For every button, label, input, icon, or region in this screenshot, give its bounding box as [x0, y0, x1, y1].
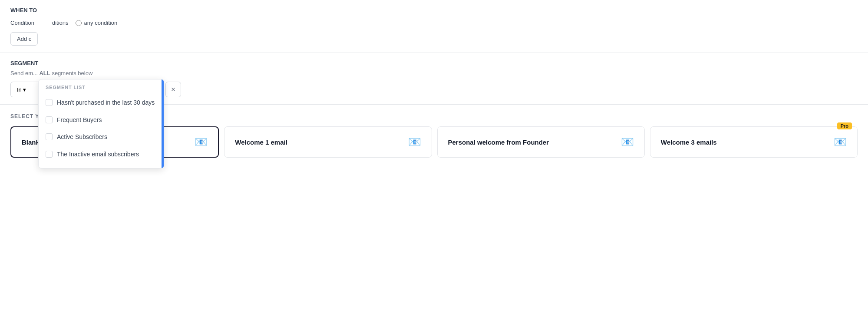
dropdown-checkbox-2[interactable]	[46, 116, 53, 123]
dropdown-checkbox-4[interactable]	[46, 151, 53, 158]
cancel-icon: ×	[171, 85, 176, 94]
when-to-row: WHEN TO	[10, 7, 858, 13]
dropdown-blue-bar	[162, 79, 164, 168]
dropdown-item-label-3: Active Subscribers	[57, 133, 107, 142]
dropdown-item-2[interactable]: Frequent Buyers	[39, 112, 164, 129]
dropdown-item-label-4: The Inactive email subscribers	[57, 150, 139, 159]
dropdown-header: SEGMENT LIST	[39, 85, 164, 94]
condition-label: Condition	[10, 20, 45, 26]
dropdown-item-label-1: Hasn't purchased in the last 30 days	[57, 99, 155, 107]
preset-welcome1-icon: 📧	[408, 136, 421, 148]
dropdown-item-label-2: Frequent Buyers	[57, 116, 102, 125]
preset-card-welcome1[interactable]: Welcome 1 email 📧	[224, 126, 432, 158]
dropdown-checkbox-3[interactable]	[46, 133, 53, 140]
preset-blank-icon: 📧	[195, 136, 208, 148]
add-condition-label: Add c	[17, 36, 31, 42]
all-conditions-text: ditions	[52, 20, 69, 26]
add-condition-button[interactable]: Add c	[10, 32, 38, 46]
dropdown-item-1[interactable]: Hasn't purchased in the last 30 days	[39, 94, 164, 112]
segment-dropdown: SEGMENT LIST Hasn't purchased in the las…	[38, 79, 164, 169]
any-condition-radio[interactable]	[76, 20, 82, 26]
segment-label-text: SEGMENT	[10, 60, 858, 66]
top-section: WHEN TO Condition ditions any condition …	[0, 0, 868, 53]
dropdown-item-3[interactable]: Active Subscribers	[39, 129, 164, 146]
preset-card-founder[interactable]: Personal welcome from Founder 📧	[437, 126, 645, 158]
preset-welcome3-label: Welcome 3 emails	[661, 139, 717, 146]
cancel-segment-button[interactable]: ×	[165, 82, 181, 97]
dropdown-checkbox-1[interactable]	[46, 99, 53, 106]
preset-card-welcome3[interactable]: Pro Welcome 3 emails 📧	[650, 126, 858, 158]
preset-founder-icon: 📧	[621, 136, 634, 148]
segment-desc: Send em... ALL segments below	[10, 70, 858, 76]
segment-section: SEGMENT Send em... ALL segments below In…	[0, 53, 868, 105]
any-condition-radio-label[interactable]: any condition	[76, 20, 118, 26]
conditions-row: Condition ditions any condition	[10, 20, 858, 26]
pro-badge: Pro	[837, 122, 852, 129]
preset-welcome3-icon: 📧	[834, 136, 847, 148]
preset-welcome1-label: Welcome 1 email	[235, 139, 287, 146]
page-wrapper: WHEN TO Condition ditions any condition …	[0, 0, 868, 314]
when-to-label: WHEN TO	[10, 7, 45, 13]
any-condition-label: any condition	[84, 20, 118, 26]
dropdown-item-4[interactable]: The Inactive email subscribers	[39, 146, 164, 163]
preset-founder-label: Personal welcome from Founder	[448, 139, 549, 146]
